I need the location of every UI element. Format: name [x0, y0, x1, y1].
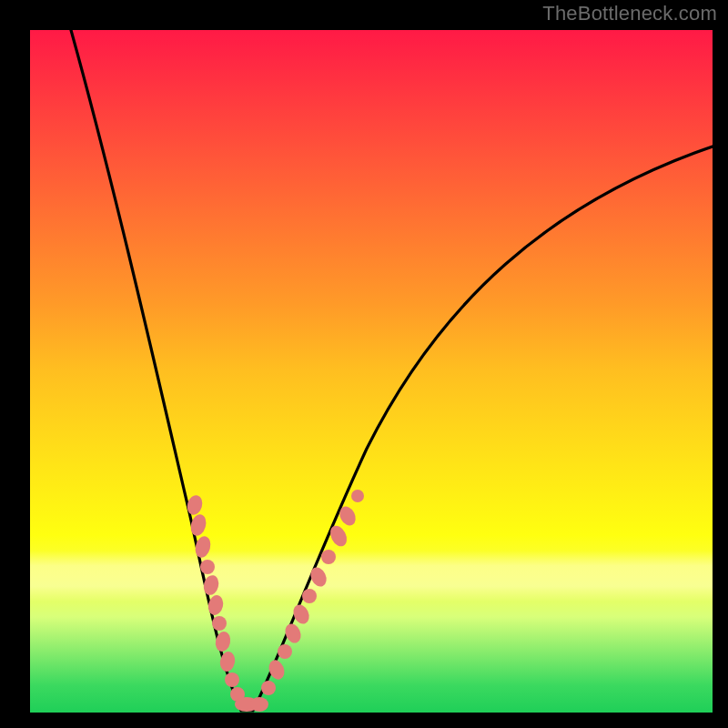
svg-point-0: [185, 493, 204, 517]
svg-point-15: [278, 644, 292, 659]
svg-point-3: [200, 560, 215, 574]
svg-point-13: [261, 681, 276, 695]
svg-point-18: [302, 589, 317, 603]
data-points-right: [261, 490, 364, 695]
svg-point-17: [290, 602, 312, 627]
data-points-left: [185, 493, 239, 687]
chart-svg: [30, 30, 713, 713]
bottleneck-curve: [71, 30, 713, 711]
watermark-text: TheBottleneck.com: [542, 2, 717, 25]
svg-point-20: [321, 550, 336, 564]
svg-point-6: [212, 616, 227, 631]
svg-point-16: [282, 622, 304, 646]
svg-point-12: [250, 697, 268, 712]
svg-point-9: [225, 672, 239, 687]
svg-point-23: [351, 490, 364, 502]
chart-frame: TheBottleneck.com: [0, 0, 728, 728]
